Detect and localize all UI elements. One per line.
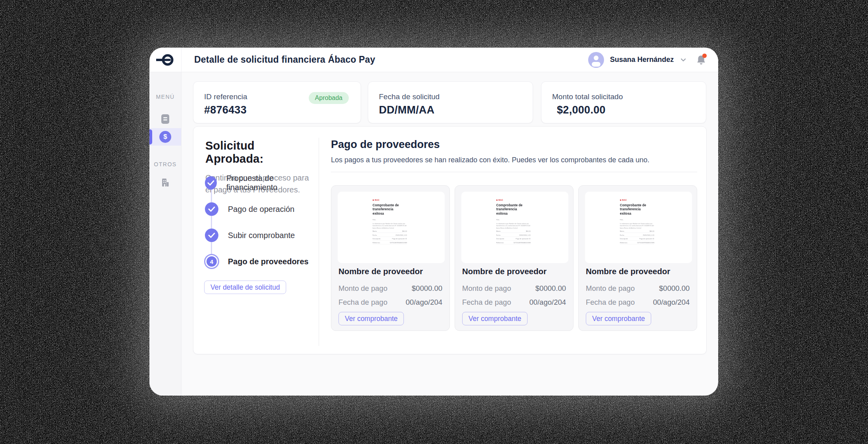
- bac-logo-text: BAC: [622, 199, 627, 201]
- notification-dot: [702, 54, 707, 58]
- receipt-greeting: Hola,: [620, 219, 657, 221]
- step-provider-payment: 4 Pago de proveedores: [204, 248, 315, 275]
- notifications-button[interactable]: [696, 54, 706, 65]
- receipt-thumbnail: ✽BAC Comprobante de transferencia exitos…: [461, 192, 568, 263]
- receipt-preview: ✽BAC Comprobante de transferencia exitos…: [620, 199, 657, 244]
- reference-value: #876433: [204, 104, 349, 116]
- payment-date-row: Fecha de pago 00/ago/204: [462, 298, 566, 307]
- logo-area[interactable]: [149, 48, 182, 72]
- providers-section: Pago de proveedores Los pagos a tus prov…: [331, 127, 697, 331]
- summary-card-amount: Monto total solicitado $2,000.00: [541, 81, 706, 123]
- receipt-body: Le informamos que Nombre de Cliente real…: [496, 223, 531, 229]
- progress-stepper: Propuesta de financiamiento Pago de oper…: [204, 170, 315, 275]
- sidebar: MENÚ $ OTROS: [149, 72, 182, 396]
- provider-cards-row: ✽BAC Comprobante de transferencia exitos…: [331, 185, 697, 331]
- status-badge: Aprobada: [309, 92, 349, 104]
- horizontal-divider: [331, 172, 697, 172]
- receipt-preview: ✽BAC Comprobante de transferencia exitos…: [496, 199, 533, 244]
- receipt-body: Le informamos que Nombre de Cliente real…: [373, 223, 407, 229]
- step-operation-payment: Pago de operación: [204, 196, 315, 222]
- app-header: Detalle de solicitud financiera Ábaco Pa…: [149, 48, 718, 72]
- provider-card: ✽BAC Comprobante de transferencia exitos…: [455, 185, 574, 331]
- active-indicator: [149, 129, 152, 144]
- receipt-preview: ✽BAC Comprobante de transferencia exitos…: [373, 199, 409, 244]
- sidebar-item-company[interactable]: [149, 174, 181, 191]
- bac-flower-icon: ✽: [496, 199, 498, 201]
- sidebar-menu-label: MENÚ: [149, 94, 181, 100]
- check-icon: [205, 229, 218, 242]
- user-icon: [588, 52, 604, 68]
- step-upload-receipt: Subir comprobante: [204, 222, 315, 248]
- payment-amount-row: Monto de pago $0000.00: [586, 284, 690, 293]
- view-request-detail-button[interactable]: Ver detalle de solicitud: [204, 281, 286, 294]
- receipt-thumbnail: ✽BAC Comprobante de transferencia exitos…: [338, 192, 445, 263]
- user-name[interactable]: Susana Hernández: [610, 56, 674, 64]
- sidebar-others-label: OTROS: [149, 161, 181, 167]
- receipt-greeting: Hola,: [373, 219, 409, 221]
- provider-name: Nombre de proveedor: [462, 267, 547, 276]
- check-icon: [205, 176, 217, 190]
- amount-label: Monto total solicitado: [552, 92, 694, 101]
- providers-title: Pago de proveedores: [331, 138, 697, 151]
- date-value: DD/MM/AA: [379, 104, 521, 116]
- page-title: Detalle de solicitud financiera Ábaco Pa…: [194, 54, 375, 65]
- approval-title: Solicitud Aprobada:: [205, 139, 309, 165]
- bac-flower-icon: ✽: [620, 199, 621, 201]
- dollar-icon: $: [159, 131, 171, 143]
- amount-value: $2,000.00: [552, 104, 694, 116]
- sidebar-item-documents[interactable]: [149, 110, 181, 128]
- view-receipt-button[interactable]: Ver comprobante: [586, 312, 651, 325]
- provider-name: Nombre de proveedor: [586, 267, 670, 276]
- bac-logo-text: BAC: [375, 199, 379, 201]
- abaco-logo-icon: [156, 54, 174, 66]
- building-icon: [161, 178, 170, 187]
- step-number-badge: 4: [204, 254, 219, 269]
- provider-card: ✽BAC Comprobante de transferencia exitos…: [331, 185, 450, 331]
- check-icon: [205, 202, 218, 216]
- main-panel: Solicitud Aprobada: Continúa con el proc…: [193, 126, 707, 354]
- vertical-divider: [319, 138, 319, 346]
- payment-date-row: Fecha de pago 00/ago/204: [586, 298, 690, 307]
- view-receipt-button[interactable]: Ver comprobante: [338, 312, 404, 325]
- receipt-title: Comprobante de transferencia exitosa: [620, 203, 653, 215]
- view-receipt-button[interactable]: Ver comprobante: [462, 312, 528, 325]
- step-financing-proposal: Propuesta de financiamiento: [204, 170, 315, 196]
- summary-card-date: Fecha de solicitud DD/MM/AA: [368, 81, 533, 123]
- date-label: Fecha de solicitud: [379, 92, 521, 101]
- receipt-body: Le informamos que Nombre de Cliente real…: [620, 223, 654, 229]
- providers-description: Los pagos a tus proveedores se han reali…: [331, 156, 697, 164]
- payment-amount-row: Monto de pago $0000.00: [338, 284, 442, 293]
- provider-card: ✽BAC Comprobante de transferencia exitos…: [578, 185, 697, 331]
- sidebar-item-payments-active[interactable]: $: [149, 128, 181, 146]
- document-icon: [161, 114, 170, 124]
- bac-flower-icon: ✽: [373, 199, 374, 201]
- provider-name: Nombre de proveedor: [338, 267, 423, 276]
- bac-logo-text: BAC: [498, 199, 503, 201]
- summary-card-reference: ID referencia #876433 Aprobada: [193, 81, 361, 123]
- receipt-title: Comprobante de transferencia exitosa: [373, 203, 405, 215]
- payment-amount-row: Monto de pago $0000.00: [462, 284, 566, 293]
- app-window: Detalle de solicitud financiera Ábaco Pa…: [149, 48, 718, 396]
- receipt-thumbnail: ✽BAC Comprobante de transferencia exitos…: [585, 192, 692, 263]
- chevron-down-icon[interactable]: [680, 56, 687, 63]
- avatar[interactable]: [588, 52, 604, 68]
- screen-background: Detalle de solicitud financiera Ábaco Pa…: [0, 0, 868, 444]
- receipt-greeting: Hola,: [496, 219, 533, 221]
- payment-date-row: Fecha de pago 00/ago/204: [338, 298, 442, 307]
- receipt-title: Comprobante de transferencia exitosa: [496, 203, 529, 215]
